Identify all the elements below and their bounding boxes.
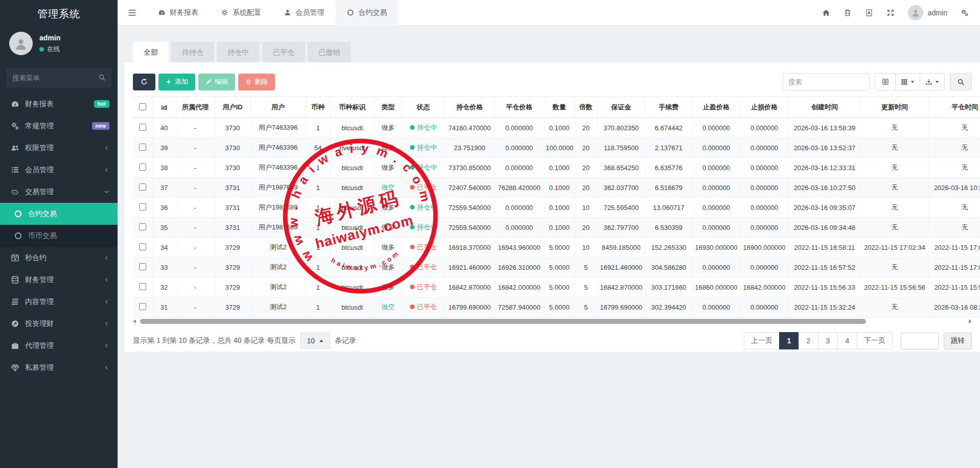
caret-down-icon [910, 80, 915, 84]
filter-tab-0[interactable]: 全部 [133, 42, 169, 62]
filter-tab-1[interactable]: 待持仓 [171, 42, 214, 62]
column-header: 币种 [306, 97, 330, 118]
columns-button[interactable] [895, 73, 920, 90]
top-tab-member-manage[interactable]: 会员管理 [272, 0, 335, 26]
cell-created_at: 2022-11-15 16:58:11 [788, 238, 861, 258]
cell-coin: 1 [306, 218, 330, 238]
badge-new: new [92, 122, 109, 130]
refresh-button[interactable] [133, 74, 155, 90]
sidebar-item-second-contract[interactable]: 秒合约 [0, 247, 118, 269]
row-checkbox[interactable] [139, 243, 146, 250]
cell-symbol: btcusdt [330, 297, 374, 317]
translate-button[interactable] [865, 9, 873, 17]
trash-icon [245, 79, 252, 85]
fullscreen-button[interactable] [886, 9, 895, 17]
settings-gears-button[interactable] [961, 9, 969, 17]
sidebar-item-label: 私募管理 [25, 363, 104, 372]
top-tab-finance-reports[interactable]: 财务报表 [147, 0, 210, 26]
column-header: 手续费 [645, 97, 692, 118]
sidebar-item-finance-reports[interactable]: 财务报表hot [0, 93, 118, 115]
row-checkbox[interactable] [139, 183, 146, 191]
filter-tab-4[interactable]: 已撤销 [308, 42, 351, 62]
cell-amount: 5.0000 [544, 258, 575, 277]
sidebar-item-contract-trade[interactable]: 合约交易 [0, 203, 118, 225]
next-page-button[interactable]: 下一页 [857, 332, 893, 349]
export-button[interactable] [920, 73, 945, 90]
cell-user: 测试2 [250, 258, 306, 277]
status-dot-icon [410, 245, 415, 249]
home-button[interactable] [822, 9, 830, 17]
cell-user_id: 3730 [215, 158, 250, 178]
avatar [908, 5, 923, 20]
sidebar-item-member-manage[interactable]: 会员管理 [0, 159, 118, 181]
cell-coin: 54 [306, 138, 330, 158]
page-button-2[interactable]: 2 [799, 332, 818, 349]
cell-agent: - [176, 118, 215, 138]
page-button-3[interactable]: 3 [818, 332, 838, 349]
page-button-4[interactable]: 4 [837, 332, 857, 349]
person-icon [14, 37, 28, 52]
prev-page-button[interactable]: 上一页 [744, 332, 780, 349]
sidebar-item-permission-manage[interactable]: 权限管理 [0, 137, 118, 159]
cell-agent: - [176, 297, 215, 317]
row-checkbox[interactable] [139, 124, 146, 131]
cell-closed_at: 无 [928, 158, 980, 178]
sidebar-item-invest-manage[interactable]: 投资理财 [0, 313, 118, 335]
detail-view-button[interactable] [875, 73, 896, 90]
select-all-checkbox[interactable] [139, 103, 146, 110]
cell-created_at: 2026-03-16 12:33:31 [788, 158, 861, 178]
table-search-input[interactable] [783, 73, 870, 90]
row-checkbox[interactable] [139, 263, 146, 270]
sidebar-item-finance-manage[interactable]: 财务管理 [0, 269, 118, 291]
edit-button[interactable]: 编辑 [198, 74, 235, 90]
page-size-select[interactable]: 10 [300, 333, 330, 349]
pagination-info-suffix: 条记录 [335, 336, 356, 345]
search-submit-button[interactable] [950, 73, 972, 90]
chevron-left-icon [104, 299, 109, 305]
cell-close_price: 0.000000 [494, 158, 544, 178]
cell-updated_at: 无 [861, 158, 928, 178]
content: 全部待持仓持仓中已平仓已撤销 添加 编辑 删除 id所属代理用户ID用户币种币种… [118, 26, 980, 468]
jump-page-input[interactable] [901, 333, 939, 349]
scroll-left-arrow[interactable] [133, 319, 136, 323]
row-checkbox[interactable] [139, 163, 146, 171]
row-checkbox[interactable] [139, 223, 146, 230]
top-tab-system-config[interactable]: 系统配置 [210, 0, 272, 26]
row-checkbox[interactable] [139, 144, 146, 151]
delete-button[interactable]: 删除 [238, 74, 275, 90]
column-header: 更新时间 [861, 97, 928, 118]
sidebar-item-coin-trade[interactable]: 币币交易 [0, 225, 118, 247]
column-header: 状态 [402, 97, 445, 118]
gears-icon [11, 122, 19, 130]
cell-status: 已平仓 [402, 297, 445, 317]
sidebar-item-content-manage[interactable]: 内容管理 [0, 291, 118, 313]
filter-tab-2[interactable]: 持仓中 [217, 42, 260, 62]
sidebar-item-agent-manage[interactable]: 代理管理 [0, 335, 118, 357]
jump-button[interactable]: 跳转 [944, 333, 972, 349]
column-header: 用户 [250, 97, 306, 118]
add-button[interactable]: 添加 [158, 74, 195, 90]
sidebar-item-trade-manage[interactable]: 交易管理 [0, 181, 118, 203]
row-checkbox[interactable] [139, 303, 146, 310]
sidebar-item-private-manage[interactable]: 私募管理 [0, 357, 118, 379]
cell-type: 做多 [374, 118, 402, 138]
cell-amount: 5.0000 [544, 297, 575, 317]
cell-closed_at: 无 [928, 138, 980, 158]
user-menu[interactable]: admin [908, 5, 947, 20]
clear-cache-button[interactable] [844, 9, 852, 17]
row-checkbox[interactable] [139, 203, 146, 210]
cell-stop_loss: 0.000000 [740, 297, 788, 317]
scroll-right-arrow[interactable] [969, 319, 972, 323]
scrollbar-thumb[interactable] [140, 319, 866, 324]
sidebar-toggle-button[interactable] [118, 0, 147, 26]
page-button-1[interactable]: 1 [779, 332, 799, 349]
sidebar-item-general-manage[interactable]: 常规管理new [0, 115, 118, 137]
status-dot-icon [410, 225, 415, 229]
menu-search-input[interactable] [6, 67, 111, 88]
row-checkbox[interactable] [139, 283, 146, 290]
top-tab-contract-trade[interactable]: 合约交易 [335, 0, 398, 26]
cell-closed_at: 无 [928, 118, 980, 138]
cell-stop_loss: 0.000000 [740, 198, 788, 218]
cell-type: 做空 [374, 297, 402, 317]
filter-tab-3[interactable]: 已平仓 [262, 42, 305, 62]
